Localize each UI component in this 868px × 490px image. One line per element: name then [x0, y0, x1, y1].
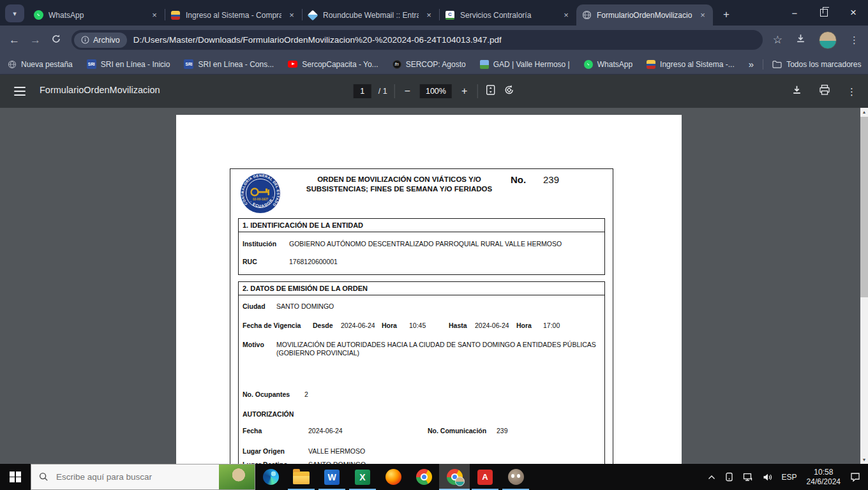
scrollbar[interactable]: ▲ ▼ — [860, 108, 868, 464]
search-highlight-image[interactable] — [219, 464, 255, 489]
tray-chevron-up-icon[interactable] — [708, 475, 715, 480]
tab-roundcube[interactable]: Roundcube Webmail :: Entra × — [303, 4, 439, 26]
taskbar-apps: W X A — [255, 464, 531, 490]
tab-title: Roundcube Webmail :: Entra — [323, 11, 419, 20]
ciudad-row: Ciudad SANTO DOMINGO — [243, 302, 601, 311]
bookmark-sri-inicio[interactable]: SRI SRI en Línea - Inicio — [87, 59, 170, 69]
bookmark-gad-valle-hermoso[interactable]: GAD | Valle Hermoso | — [480, 60, 570, 69]
taskbar-edge-icon[interactable] — [255, 464, 286, 490]
hasta-label: Hasta — [449, 322, 475, 330]
tab-close-icon[interactable]: × — [149, 10, 160, 20]
hora2-value: 17:00 — [543, 322, 560, 330]
all-bookmarks-button[interactable]: Todos los marcadores — [772, 60, 861, 69]
pdf-menu-icon[interactable] — [14, 87, 26, 96]
new-tab-button[interactable]: + — [718, 6, 735, 23]
scrollbar-thumb[interactable] — [860, 117, 868, 297]
tab-close-icon[interactable]: × — [287, 10, 297, 20]
file-scheme-chip[interactable]: Archivo — [74, 33, 127, 48]
tray-device-icon[interactable] — [725, 472, 733, 482]
tab-formulario-active[interactable]: FormularioOrdenMovilizacio × — [576, 4, 713, 26]
browser-menu-button[interactable]: ⋮ — [849, 34, 859, 46]
whatsapp-icon — [584, 60, 593, 69]
motivo-row: Motivo MOVILIZACIÓN DE AUTORIDADES HACIA… — [243, 341, 601, 357]
language-indicator[interactable]: ESP — [782, 473, 797, 482]
taskbar-excel-icon[interactable]: X — [347, 464, 378, 490]
window-restore-button[interactable] — [809, 0, 839, 26]
reload-button[interactable] — [51, 34, 61, 46]
taskbar-chrome-profile-icon[interactable] — [439, 464, 470, 490]
taskbar-firefox-icon[interactable] — [378, 464, 408, 490]
vigencia-row: Fecha de Vigencia Desde 2024-06-24 Hora … — [243, 322, 601, 330]
bookmark-nueva-pestana[interactable]: Nueva pestaña — [8, 60, 73, 69]
whatsapp-icon — [33, 10, 43, 20]
contraloria-icon: C — [445, 10, 455, 20]
taskbar-word-icon[interactable]: W — [317, 464, 347, 490]
back-button[interactable]: ← — [9, 34, 20, 45]
bookmark-label: GAD | Valle Hermoso | — [493, 60, 570, 69]
system-tray: ESP 10:58 24/6/2024 — [708, 464, 868, 490]
bookmark-label: Nueva pestaña — [21, 60, 73, 69]
pdf-more-button[interactable]: ⋮ — [847, 85, 857, 97]
action-center-icon[interactable] — [850, 472, 860, 482]
fit-page-button[interactable] — [484, 84, 496, 98]
page-number-input[interactable] — [354, 84, 371, 98]
scroll-up-icon[interactable]: ▲ — [860, 108, 868, 116]
zoom-level-input[interactable] — [420, 84, 452, 98]
ciudad-label: Ciudad — [243, 302, 276, 311]
roundcube-icon — [308, 10, 318, 20]
bookmark-whatsapp[interactable]: WhatsApp — [584, 60, 632, 69]
pdf-print-button[interactable] — [819, 85, 830, 98]
tray-network-icon[interactable] — [743, 473, 753, 482]
tab-close-icon[interactable]: × — [561, 10, 571, 20]
bookmark-sercop-agosto[interactable]: fn SERCOP: Agosto — [393, 60, 466, 69]
address-bar[interactable]: Archivo D:/Users/Master/Downloads/Formul… — [71, 30, 763, 50]
tab-servicios-contraloria[interactable]: C Servicios Contraloría × — [440, 4, 576, 26]
info-icon — [81, 36, 89, 44]
forward-button[interactable]: → — [30, 34, 41, 45]
section-title: 2. DATOS DE EMISIÓN DE LA ORDEN — [239, 282, 604, 295]
tab-title: Ingreso al Sistema - Compra — [186, 11, 281, 20]
bookmark-sercopcapacita[interactable]: SercopCapacita - Yo... — [288, 60, 378, 69]
tab-close-icon[interactable]: × — [698, 10, 708, 20]
institucion-value: GOBIERNO AUTÓNOMO DESCENTRALIZADO PARROQ… — [289, 240, 562, 248]
taskbar-explorer-icon[interactable] — [286, 464, 317, 490]
pdf-download-button[interactable] — [791, 85, 802, 98]
start-button[interactable] — [0, 464, 31, 490]
zoom-in-button[interactable]: + — [459, 85, 470, 97]
autorizacion-label: AUTORIZACIÓN — [243, 410, 294, 419]
sri-icon: SRI — [87, 59, 96, 69]
window-minimize-button[interactable]: − — [780, 0, 809, 26]
zoom-out-button[interactable]: − — [402, 85, 413, 97]
all-bookmarks-label: Todos los marcadores — [786, 60, 861, 69]
bookmark-ingreso-sistema[interactable]: Ingreso al Sistema -... — [647, 60, 735, 69]
chip-label: Archivo — [93, 36, 120, 45]
tab-close-icon[interactable]: × — [424, 10, 434, 20]
form-no-value: 239 — [543, 174, 559, 185]
taskbar-search[interactable] — [31, 464, 255, 490]
taskbar-gimp-icon[interactable] — [500, 464, 531, 490]
vigencia-label: Fecha de Vigencia — [243, 322, 313, 330]
profile-avatar[interactable] — [819, 31, 837, 49]
bookmark-label: SERCOP: Agosto — [406, 60, 466, 69]
taskbar-clock[interactable]: 10:58 24/6/2024 — [807, 468, 841, 487]
tab-ingreso-sistema[interactable]: Ingreso al Sistema - Compra × — [165, 4, 302, 26]
tab-whatsapp[interactable]: WhatsApp × — [28, 4, 165, 26]
taskbar-acrobat-icon[interactable]: A — [470, 464, 500, 490]
tab-title: FormularioOrdenMovilizacio — [597, 11, 692, 20]
scroll-down-icon[interactable]: ▼ — [860, 456, 868, 464]
tab-search-button[interactable]: ▾ — [5, 4, 24, 22]
ruc-label: RUC — [243, 258, 289, 266]
tab-title: WhatsApp — [49, 11, 144, 20]
bookmark-sri-consultas[interactable]: SRI SRI en Línea - Cons... — [184, 59, 274, 69]
tray-volume-icon[interactable] — [763, 473, 772, 482]
section-datos-emision: 2. DATOS DE EMISIÓN DE LA ORDEN Ciudad S… — [238, 281, 605, 464]
bookmarks-overflow-button[interactable]: » — [749, 59, 754, 70]
page-count-label: / 1 — [378, 87, 387, 96]
search-input[interactable] — [55, 471, 204, 482]
rotate-button[interactable] — [503, 84, 514, 98]
bookmark-star-icon[interactable]: ☆ — [773, 33, 782, 47]
clock-time: 10:58 — [807, 468, 841, 477]
window-close-button[interactable]: × — [839, 0, 868, 26]
downloads-button[interactable] — [795, 33, 806, 47]
taskbar-chrome-icon[interactable] — [408, 464, 439, 490]
